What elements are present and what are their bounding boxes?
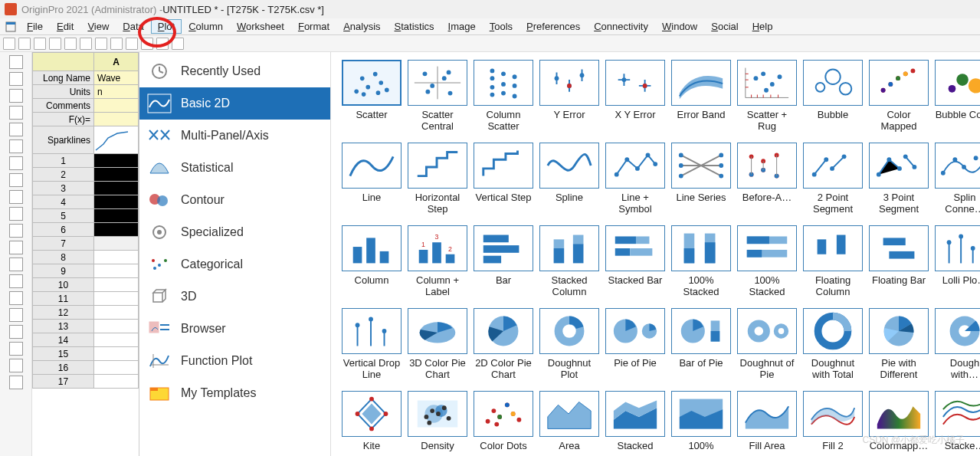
plot-type-hstep[interactable]: Horizontal Step [408,143,467,218]
cell[interactable] [94,223,139,237]
cell[interactable] [94,195,139,209]
category-categorical[interactable]: Categorical [139,248,330,280]
tool-button[interactable] [9,376,23,389]
cell[interactable] [94,251,139,264]
plot-type-area100[interactable]: 100% [671,391,731,456]
plot-type-donut[interactable]: Doughnut Plot [539,308,599,383]
plot-type-flcol[interactable]: Floating Column [803,225,863,300]
menu-plot[interactable]: Plot [151,19,182,34]
menu-data[interactable]: Data [116,19,150,34]
cell[interactable] [94,375,139,389]
row-number[interactable]: 10 [33,278,94,292]
tool-button[interactable] [9,123,23,136]
menu-window[interactable]: Window [655,19,704,34]
cell[interactable]: n [94,85,139,99]
plot-type-errband[interactable]: Error Band [671,60,731,135]
cell[interactable] [94,264,139,278]
tool-button[interactable] [9,359,23,372]
cell[interactable] [94,168,139,182]
category-contour[interactable]: Contour [139,184,330,216]
category-my-templates[interactable]: My Templates [139,377,330,409]
plot-type-st100c[interactable]: 100% Stacked [671,225,731,300]
plot-type-stbar[interactable]: Stacked Bar [605,225,665,300]
menu-file[interactable]: File [20,19,50,34]
row-number[interactable]: 8 [33,251,94,264]
plot-type-donuttot[interactable]: Doughnut with Total [803,308,863,383]
plot-type-line[interactable]: Line [342,143,402,218]
plot-type-pie2d[interactable]: 2D Color Pie Chart [474,308,533,383]
tool-button[interactable] [9,72,23,86]
menu-format[interactable]: Format [291,19,336,34]
tool-button[interactable] [9,274,23,288]
plot-type-seg2[interactable]: 2 Point Segment [803,143,863,218]
tool-button[interactable] [9,106,23,120]
plot-type-fillarea[interactable]: Fill Area [737,391,797,456]
cell[interactable] [94,292,139,306]
tool-button[interactable] [9,55,23,69]
plot-type-kite[interactable]: Kite [342,391,402,456]
tool-button[interactable] [9,342,23,356]
tool-button[interactable] [9,89,23,103]
tool-button[interactable] [9,156,23,170]
row-number[interactable]: 3 [33,182,94,195]
plot-type-colscatter[interactable]: Column Scatter [474,60,533,135]
category-recently-used[interactable]: Recently Used [139,55,330,87]
cell[interactable] [94,361,139,375]
plot-type-scatterrug[interactable]: Scatter + Rug [737,60,797,135]
row-number[interactable]: 16 [33,361,94,375]
restore-window-icon[interactable] [3,20,18,34]
row-number[interactable]: 5 [33,209,94,223]
toolbar-button[interactable] [110,38,123,50]
plot-type-linesym[interactable]: Line + Symbol [605,143,665,218]
tool-button[interactable] [9,207,23,221]
plot-type-density[interactable]: Density [408,391,467,456]
tool-button[interactable] [9,173,23,187]
plot-type-lolli[interactable]: Lolli Plo… [935,225,980,300]
plot-type-spline[interactable]: Spline [539,143,599,218]
tool-button[interactable] [9,258,23,271]
cell[interactable] [94,126,139,154]
menu-tools[interactable]: Tools [483,19,519,34]
plot-type-piepie[interactable]: Pie of Pie [605,308,665,383]
toolbar-button[interactable] [49,38,61,50]
plot-type-seg3[interactable]: 3 Point Segment [869,143,929,218]
row-number[interactable]: 15 [33,347,94,361]
tool-button[interactable] [9,308,23,322]
menu-help[interactable]: Help [746,19,780,34]
plot-type-xyerror[interactable]: X Y Error [605,60,665,135]
plot-type-donutpie[interactable]: Doughnut of Pie [737,308,797,383]
toolbar-button[interactable] [126,38,138,50]
plot-type-pie3d[interactable]: 3D Color Pie Chart [408,308,467,383]
row-number[interactable]: 11 [33,292,94,306]
cell[interactable] [94,347,139,361]
plot-type-scatter[interactable]: Scatter [342,60,402,135]
row-number[interactable]: 2 [33,168,94,182]
menu-worksheet[interactable]: Worksheet [230,19,291,34]
plot-type-cdots[interactable]: Color Dots [474,391,533,456]
tool-button[interactable] [9,325,23,339]
plot-type-yerror[interactable]: Y Error [539,60,599,135]
cell[interactable] [94,154,139,168]
cell[interactable] [94,237,139,251]
tool-button[interactable] [9,224,23,238]
cell[interactable] [94,278,139,292]
row-number[interactable]: 17 [33,375,94,389]
plot-type-area[interactable]: Area [539,391,599,456]
column-header[interactable]: A [94,53,139,71]
toolbar-button[interactable] [156,38,169,50]
plot-type-bubble[interactable]: Bubble [803,60,863,135]
plot-type-beforea[interactable]: Before-A… [737,143,797,218]
plot-type-scatterc[interactable]: Scatter Central [408,60,467,135]
category-browser[interactable]: Browser [139,313,330,345]
plot-type-lineser[interactable]: Line Series [671,143,731,218]
plot-type-bar[interactable]: Bar [474,225,533,300]
category-3d[interactable]: 3D [139,280,330,313]
menu-social[interactable]: Social [704,19,745,34]
plot-type-piediff[interactable]: Pie with Different [869,308,929,383]
tool-button[interactable] [9,241,23,254]
cell[interactable] [94,99,139,113]
menu-preferences[interactable]: Preferences [519,19,587,34]
row-number[interactable]: 14 [33,333,94,347]
plot-type-collbl[interactable]: 132Column + Label [408,225,467,300]
plot-type-doughw[interactable]: Dough with… [935,308,980,383]
